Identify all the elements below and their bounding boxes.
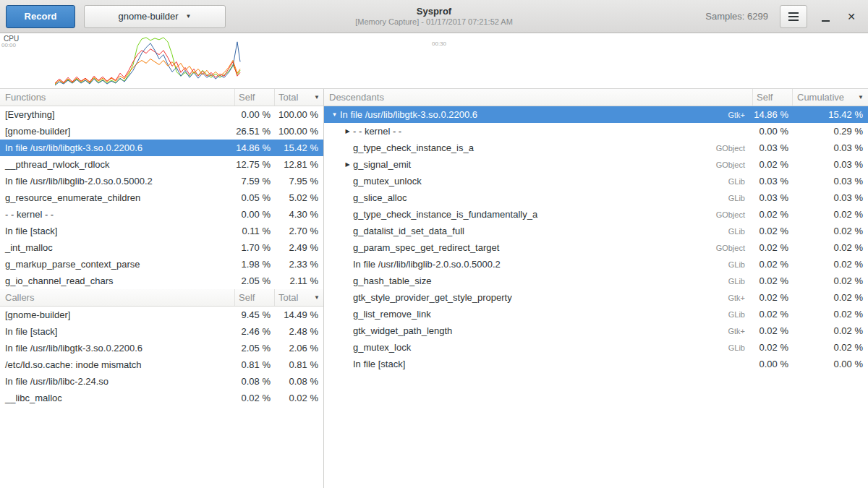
callers-header-row: Callers Self Total ▼ — [0, 289, 323, 307]
expander-down-icon[interactable]: ▼ — [329, 111, 340, 118]
descendant-name-cell: gtk_style_provider_get_style_propertyGtk… — [324, 292, 752, 303]
table-row[interactable]: g_resource_enumerate_children0.05 %5.02 … — [0, 189, 323, 206]
menu-button[interactable] — [780, 5, 807, 28]
function-name: In file /usr/lib/libgtk-3.so.0.2200.6 — [0, 343, 234, 354]
table-row[interactable]: In file /usr/lib/libc-2.24.so0.08 %0.08 … — [0, 373, 323, 390]
total-percent: 100.00 % — [274, 109, 323, 120]
cumulative-percent: 15.42 % — [792, 109, 868, 120]
library-badge: GObject — [716, 244, 752, 252]
descendant-name-cell: g_param_spec_get_redirect_targetGObject — [324, 242, 752, 253]
cumulative-percent: 0.02 % — [792, 209, 868, 220]
self-percent: 0.00 % — [234, 209, 274, 220]
table-row[interactable]: /etc/ld.so.cache: inode mismatch0.81 %0.… — [0, 356, 323, 373]
descendant-name-cell: In file [stack] — [324, 359, 752, 369]
window-controls: ✕ — [814, 6, 862, 27]
table-row[interactable]: ▶- - kernel - -0.00 %0.29 % — [324, 123, 868, 140]
total-percent: 0.81 % — [274, 359, 323, 370]
table-row[interactable]: g_markup_parse_context_parse1.98 %2.33 % — [0, 256, 323, 273]
function-name: gtk_style_provider_get_style_property — [353, 292, 512, 303]
cumulative-percent: 0.02 % — [792, 226, 868, 236]
descendant-name-cell: g_type_check_instance_is_aGObject — [324, 142, 752, 153]
total-percent: 0.02 % — [274, 393, 323, 403]
table-row[interactable]: ▶g_signal_emitGObject0.02 %0.03 % — [324, 156, 868, 173]
table-row[interactable]: g_mutex_lockGLib0.02 %0.02 % — [324, 339, 868, 356]
process-selector[interactable]: gnome-builder ▼ — [84, 5, 226, 28]
table-row[interactable]: gtk_widget_path_lengthGtk+0.02 %0.02 % — [324, 322, 868, 339]
record-button[interactable]: Record — [6, 5, 75, 28]
total-percent: 12.81 % — [274, 159, 323, 170]
total-percent: 14.49 % — [274, 309, 323, 320]
self-percent: 0.11 % — [234, 226, 274, 236]
minimize-button[interactable] — [814, 6, 836, 27]
column-header-total[interactable]: Total ▼ — [274, 289, 323, 306]
descendants-table: ▼In file /usr/lib/libgtk-3.so.0.2200.6Gt… — [324, 106, 868, 372]
cpu-core-red — [55, 49, 240, 83]
table-row[interactable]: - - kernel - -0.00 %4.30 % — [0, 206, 323, 223]
table-row[interactable]: g_type_check_instance_is_aGObject0.03 %0… — [324, 140, 868, 156]
column-header-total[interactable]: Total ▼ — [274, 89, 323, 106]
table-row[interactable]: In file /usr/lib/libglib-2.0.so.0.5000.2… — [324, 256, 868, 273]
table-row[interactable]: gtk_style_provider_get_style_propertyGtk… — [324, 289, 868, 306]
function-name: g_io_channel_read_chars — [0, 275, 234, 286]
table-row[interactable]: g_list_remove_linkGLib0.02 %0.02 % — [324, 306, 868, 322]
descendant-name-cell: gtk_widget_path_lengthGtk+ — [324, 325, 752, 336]
table-row[interactable]: g_slice_allocGLib0.03 %0.03 % — [324, 189, 868, 206]
table-row[interactable]: ▼In file /usr/lib/libgtk-3.so.0.2200.6Gt… — [324, 106, 868, 123]
self-percent: 0.02 % — [752, 325, 792, 336]
close-button[interactable]: ✕ — [841, 6, 862, 27]
table-row[interactable]: __libc_malloc0.02 %0.02 % — [0, 390, 323, 406]
table-row[interactable]: In file [stack]2.46 %2.48 % — [0, 323, 323, 340]
samples-count: Samples: 6299 — [705, 11, 768, 22]
sort-arrow-icon: ▼ — [314, 294, 320, 301]
cumulative-percent: 0.02 % — [792, 342, 868, 353]
table-row[interactable]: g_mutex_unlockGLib0.03 %0.03 % — [324, 173, 868, 189]
table-row[interactable]: __pthread_rwlock_rdlock12.75 %12.81 % — [0, 156, 323, 173]
table-row[interactable]: [Everything]0.00 %100.00 % — [0, 106, 323, 123]
cumulative-percent: 0.02 % — [792, 325, 868, 336]
expander-right-icon[interactable]: ▶ — [342, 161, 353, 168]
expander-right-icon[interactable]: ▶ — [342, 128, 353, 134]
cumulative-percent: 0.02 % — [792, 259, 868, 270]
column-header-functions[interactable]: Functions — [0, 89, 234, 106]
column-header-self[interactable]: Self — [234, 289, 274, 306]
table-row[interactable]: In file /usr/lib/libglib-2.0.so.0.5000.2… — [0, 173, 323, 189]
left-panel: Functions Self Total ▼ [Everything]0.00 … — [0, 89, 324, 488]
function-name: g_mutex_unlock — [353, 176, 422, 187]
function-name: In file /usr/lib/libglib-2.0.so.0.5000.2 — [353, 259, 501, 270]
time-label-start: 00:00 — [1, 42, 16, 48]
table-row[interactable]: In file /usr/lib/libgtk-3.so.0.2200.62.0… — [0, 340, 323, 356]
table-row[interactable]: [gnome-builder]9.45 %14.49 % — [0, 307, 323, 323]
cumulative-percent: 0.03 % — [792, 192, 868, 203]
self-percent: 0.02 % — [752, 259, 792, 270]
column-header-total-label: Total — [278, 292, 298, 303]
function-name: __libc_malloc — [0, 393, 234, 403]
descendant-name-cell: g_type_check_instance_is_fundamentally_a… — [324, 209, 752, 220]
column-header-cumulative-label: Cumulative — [797, 92, 844, 103]
table-row[interactable]: g_datalist_id_set_data_fullGLib0.02 %0.0… — [324, 223, 868, 239]
table-row[interactable]: In file [stack]0.11 %2.70 % — [0, 223, 323, 239]
table-row[interactable]: In file /usr/lib/libgtk-3.so.0.2200.614.… — [0, 140, 323, 156]
column-header-descendants[interactable]: Descendants — [324, 89, 752, 106]
functions-table: [Everything]0.00 %100.00 %[gnome-builder… — [0, 106, 323, 289]
column-header-callers[interactable]: Callers — [0, 289, 234, 306]
function-name: In file [stack] — [0, 226, 234, 236]
column-header-self[interactable]: Self — [234, 89, 274, 106]
table-row[interactable]: g_io_channel_read_chars2.05 %2.11 % — [0, 273, 323, 289]
table-row[interactable]: [gnome-builder]26.51 %100.00 % — [0, 123, 323, 140]
descendant-name-cell: ▶g_signal_emitGObject — [324, 159, 752, 170]
function-name: gtk_widget_path_length — [353, 325, 452, 336]
self-percent: 2.46 % — [234, 326, 274, 337]
descendant-name-cell: g_mutex_unlockGLib — [324, 176, 752, 187]
table-row[interactable]: _int_malloc1.70 %2.49 % — [0, 239, 323, 256]
library-badge: Gtk+ — [728, 111, 752, 119]
table-row[interactable]: g_hash_table_sizeGLib0.02 %0.02 % — [324, 273, 868, 289]
table-row[interactable]: g_type_check_instance_is_fundamentally_a… — [324, 206, 868, 223]
column-header-self[interactable]: Self — [752, 89, 792, 106]
column-header-cumulative[interactable]: Cumulative ▼ — [792, 89, 868, 106]
function-name: g_resource_enumerate_children — [0, 192, 234, 203]
self-percent: 14.86 % — [752, 109, 792, 120]
table-row[interactable]: g_param_spec_get_redirect_targetGObject0… — [324, 239, 868, 256]
self-percent: 0.02 % — [752, 292, 792, 303]
cpu-timeline[interactable]: CPU 00:00 00:30 — [0, 33, 868, 89]
table-row[interactable]: In file [stack]0.00 %0.00 % — [324, 356, 868, 372]
